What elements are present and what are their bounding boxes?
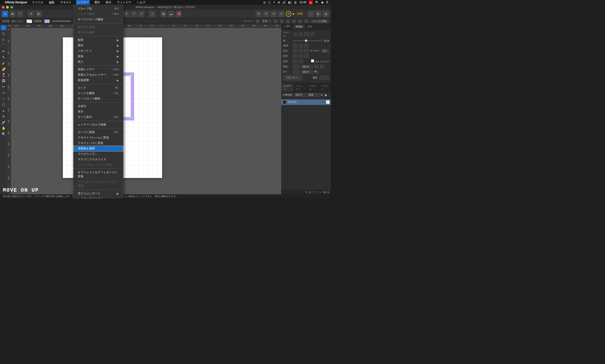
corner-opt1-icon[interactable]	[274, 19, 277, 23]
menu-item[interactable]: 境界線を展開	[74, 146, 123, 151]
align-outside-icon[interactable]	[304, 54, 309, 58]
menu-item[interactable]: 塗りつぶしモード▶	[74, 191, 123, 196]
rotate-ccw-icon[interactable]: ↶	[131, 11, 137, 17]
tab-styles[interactable]: スタイル	[307, 83, 319, 92]
layer-visible-checkbox[interactable]: ✓	[326, 101, 329, 104]
menu-item[interactable]: 新規ピクセルレイヤー⇧⌘N	[74, 72, 123, 78]
handle-mr[interactable]	[130, 95, 132, 97]
menu-help[interactable]: ヘルプ	[136, 0, 146, 5]
shape-triangle-icon[interactable]: ▲	[1, 108, 6, 113]
color-picker-tool-icon[interactable]: 💉	[1, 120, 6, 125]
sync-icon[interactable]: ⬆	[28, 11, 34, 17]
menu-select[interactable]: 選択	[93, 0, 101, 5]
cap-butt-icon[interactable]	[293, 44, 297, 48]
corner-opt2-icon[interactable]	[280, 19, 283, 23]
end-arrow-icon[interactable]	[293, 70, 300, 74]
volume-icon[interactable]: 🔊	[283, 1, 286, 4]
convert-to-curves-button[interactable]: カーブに変換	[310, 19, 329, 23]
menu-file[interactable]: ファイル	[31, 0, 44, 5]
snap-obj-icon[interactable]: ▬	[168, 11, 174, 17]
join-round-icon[interactable]	[299, 49, 303, 53]
handle-tr[interactable]	[130, 75, 132, 77]
menu-window[interactable]: ウィンドウ	[116, 0, 132, 5]
rotate-cw-icon[interactable]: ↷	[138, 11, 144, 17]
add-pixel-icon[interactable]: ▦	[323, 191, 326, 193]
zoom-tool-icon[interactable]: 🔍	[1, 131, 6, 137]
menu-item[interactable]: レイヤーエフェクト...	[74, 196, 123, 198]
flip-v-icon[interactable]: ⇵	[123, 11, 129, 17]
start-arrow-icon[interactable]	[293, 65, 300, 68]
fx-icon[interactable]: fx	[313, 191, 315, 193]
tab-effects[interactable]: エフェクト	[293, 83, 307, 92]
menu-item[interactable]: 整列▶	[74, 43, 123, 48]
corner-opt6-icon[interactable]	[304, 19, 308, 23]
snap-grid-icon[interactable]: ▦	[160, 11, 167, 17]
persona-export-icon[interactable]: ↗	[17, 11, 23, 17]
blend-input[interactable]	[308, 93, 319, 97]
menu-item[interactable]: ジオメトリ▶	[74, 48, 123, 54]
gear-icon[interactable]: ⚙	[321, 94, 323, 96]
align-icon[interactable]: ≡	[149, 11, 155, 17]
trash-icon[interactable]: 🗑	[327, 191, 329, 193]
menu-text[interactable]: テキスト	[59, 0, 73, 5]
geom-xor-icon[interactable]: ⊙	[278, 11, 284, 17]
scale-checkbox[interactable]	[311, 59, 314, 62]
menu-item[interactable]: すべて表示^⌘H	[74, 114, 123, 120]
menu-item[interactable]: マスクにラスタライズ	[74, 157, 123, 162]
menu-item[interactable]: ロック⌘L	[74, 85, 123, 91]
menu-item[interactable]: 新規調整▶	[74, 78, 123, 83]
miter-input[interactable]	[322, 49, 329, 53]
corner-opt4-icon[interactable]	[292, 19, 296, 23]
arrow-swap1-icon[interactable]: →	[314, 65, 319, 68]
cap-round-icon[interactable]	[299, 44, 303, 48]
pen-tool-icon[interactable]: ✒	[1, 49, 6, 54]
join-bevel-icon[interactable]	[304, 49, 309, 53]
tab-stroke[interactable]: 境界線	[293, 24, 305, 29]
menu-item[interactable]: 表示	[74, 109, 123, 114]
handle-br[interactable]	[130, 116, 132, 118]
menu-item[interactable]: ロックを解除⇧⌘L	[74, 91, 123, 96]
battery-icon[interactable]: ▮▯	[288, 1, 292, 4]
geom-divide-icon[interactable]: ◔	[286, 11, 291, 17]
cap-square-icon[interactable]	[304, 44, 309, 48]
bluetooth-icon[interactable]: ⚪︎	[273, 1, 275, 4]
menu-item[interactable]: カーブに変換⌘↩	[74, 130, 123, 135]
wifi-icon[interactable]: ⋒	[278, 1, 280, 4]
layer-item[interactable]: (長方形) ✓	[281, 99, 331, 105]
join-miter-icon[interactable]	[293, 49, 297, 53]
geom-int-icon[interactable]: ⊗	[270, 11, 277, 17]
siri-icon[interactable]: ◉	[321, 1, 323, 4]
pan-tool-icon[interactable]: ✋	[1, 126, 6, 131]
menu-item[interactable]: ラスタライズ...	[74, 151, 123, 157]
order-front-icon[interactable]	[299, 60, 303, 63]
pencil-tool-icon[interactable]: ✎	[1, 55, 6, 60]
spotlight-icon[interactable]: 🔍	[315, 1, 319, 4]
stroke-width-slider[interactable]	[52, 21, 71, 22]
menu-layer[interactable]: レイヤー	[76, 0, 90, 5]
width-slider[interactable]	[293, 40, 322, 41]
close-icon[interactable]	[2, 6, 4, 9]
menu-item[interactable]: テキストパスに変換	[74, 140, 123, 146]
corner-type-icon[interactable]	[256, 19, 259, 23]
node-tool-icon[interactable]: ▷	[1, 37, 6, 42]
adjust-icon[interactable]: ◐	[309, 191, 311, 193]
menu-item[interactable]: 配置▶	[74, 37, 123, 43]
zoom-icon[interactable]	[10, 6, 13, 9]
insert-inside-icon[interactable]: ◐	[315, 11, 322, 17]
lock-icon[interactable]: 🔒	[324, 94, 327, 96]
shield-icon[interactable]: ◎	[263, 1, 266, 4]
airplay-icon[interactable]: ▢	[268, 1, 270, 4]
snap-toggle-icon[interactable]: 🧲	[176, 11, 182, 17]
text-tool-icon[interactable]: A	[1, 114, 6, 119]
menu-item[interactable]: グループ化⌘G	[74, 6, 123, 11]
menu-item[interactable]: 新規レイヤー⌥⌘N	[74, 67, 123, 72]
tab-transform[interactable]: 変換	[305, 24, 314, 29]
vector-brush-tool-icon[interactable]: 🖌	[1, 61, 6, 66]
fill-swatch[interactable]	[27, 20, 32, 23]
minimize-icon[interactable]	[6, 6, 9, 9]
menu-icon[interactable]: ☰	[306, 191, 308, 193]
transparency-tool-icon[interactable]: 🍷	[1, 72, 6, 78]
style-none-icon[interactable]	[293, 32, 297, 36]
align-center-icon[interactable]	[293, 54, 297, 58]
shape-ellipse-icon[interactable]: ○	[1, 96, 6, 101]
